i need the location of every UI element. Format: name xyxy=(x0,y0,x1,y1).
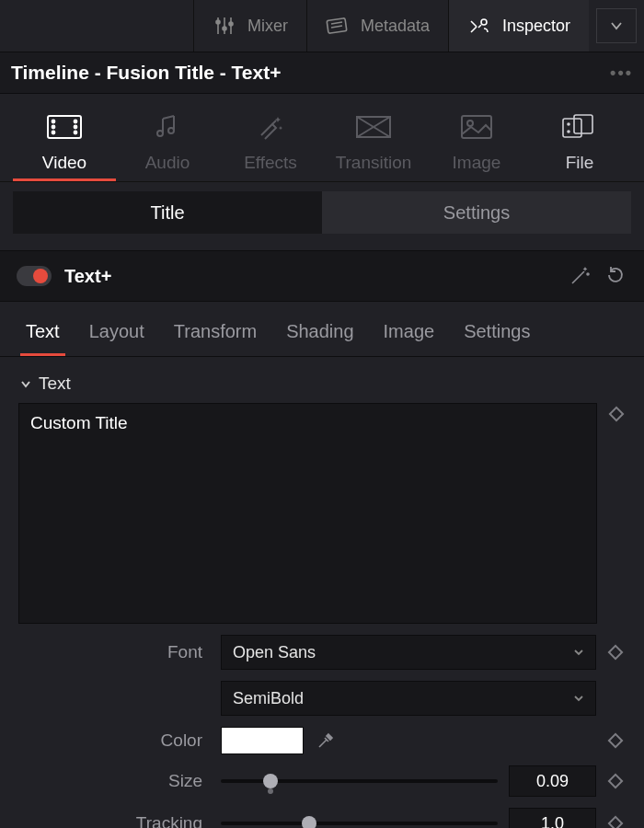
font-family-value: Open Sans xyxy=(233,643,316,662)
category-audio-label: Audio xyxy=(145,153,190,173)
segment-title[interactable]: Title xyxy=(13,191,322,234)
subtab-settings[interactable]: Settings xyxy=(458,321,535,356)
workspace-tabs: Mixer Metadata Inspector xyxy=(0,0,644,52)
svg-line-10 xyxy=(478,25,481,28)
param-text xyxy=(18,403,626,624)
svg-point-17 xyxy=(75,132,77,134)
keyframe-color[interactable] xyxy=(605,735,626,746)
magic-wand-icon[interactable] xyxy=(569,265,591,287)
video-icon xyxy=(46,110,83,144)
text-content-input[interactable] xyxy=(18,403,597,624)
param-color: Color xyxy=(18,727,626,754)
title-settings-segment: Title Settings xyxy=(13,191,631,234)
tab-inspector[interactable]: Inspector xyxy=(448,0,589,52)
category-transition-label: Transition xyxy=(336,153,412,173)
svg-point-9 xyxy=(481,19,487,25)
reset-icon[interactable] xyxy=(605,265,627,287)
tracking-input[interactable] xyxy=(509,808,596,828)
tab-metadata[interactable]: Metadata xyxy=(306,0,448,52)
mixer-icon xyxy=(213,16,236,36)
svg-point-13 xyxy=(52,126,55,129)
size-slider[interactable] xyxy=(221,779,498,783)
keyframe-size[interactable] xyxy=(605,776,626,787)
subtab-text[interactable]: Text xyxy=(20,321,65,356)
tab-inspector-label: Inspector xyxy=(502,17,570,36)
effects-icon xyxy=(256,110,285,144)
subtab-transform[interactable]: Transform xyxy=(168,321,262,356)
category-effects[interactable]: Effects xyxy=(219,110,322,181)
subtab-layout[interactable]: Layout xyxy=(84,321,150,356)
tab-mixer-label: Mixer xyxy=(247,17,288,36)
svg-point-16 xyxy=(75,126,77,129)
category-image-label: Image xyxy=(453,153,501,173)
param-tracking: Tracking xyxy=(18,808,626,828)
chevron-down-icon xyxy=(573,646,584,659)
category-audio[interactable]: Audio xyxy=(116,110,219,181)
svg-rect-25 xyxy=(563,119,581,137)
more-menu-icon[interactable]: ••• xyxy=(610,63,633,83)
tracking-label: Tracking xyxy=(18,813,212,828)
param-font: Font Open Sans xyxy=(18,635,626,670)
svg-point-14 xyxy=(52,132,55,134)
svg-point-27 xyxy=(568,123,569,125)
inspector-category-tabs: Video Audio Effects Transi xyxy=(0,94,644,182)
size-input[interactable] xyxy=(509,765,596,797)
svg-point-19 xyxy=(168,128,174,133)
color-label: Color xyxy=(18,730,212,751)
eyedropper-icon[interactable] xyxy=(315,730,337,752)
category-transition[interactable]: Transition xyxy=(322,110,425,181)
category-file-label: File xyxy=(566,153,594,173)
font-style-select[interactable]: SemiBold xyxy=(221,681,596,716)
svg-rect-6 xyxy=(327,18,347,34)
svg-point-12 xyxy=(52,121,55,123)
tab-mixer[interactable]: Mixer xyxy=(193,0,306,52)
keyframe-text[interactable] xyxy=(606,403,626,420)
audio-icon xyxy=(154,110,181,144)
svg-rect-26 xyxy=(574,115,592,133)
svg-point-3 xyxy=(223,27,226,30)
category-effects-label: Effects xyxy=(244,153,297,173)
segment-settings[interactable]: Settings xyxy=(322,191,631,234)
plugin-header: Text+ xyxy=(0,250,644,302)
color-swatch[interactable] xyxy=(221,727,304,754)
keyframe-font[interactable] xyxy=(605,647,626,658)
property-subtabs: Text Layout Transform Shading Image Sett… xyxy=(0,302,644,357)
param-font-style: SemiBold xyxy=(18,681,626,716)
svg-point-1 xyxy=(216,20,220,24)
chevron-down-icon xyxy=(610,21,623,30)
section-text-label: Text xyxy=(39,374,71,394)
category-image[interactable]: Image xyxy=(425,110,528,181)
svg-point-29 xyxy=(587,273,589,275)
segment-settings-label: Settings xyxy=(443,202,510,224)
metadata-icon xyxy=(326,16,350,36)
font-style-value: SemiBold xyxy=(233,689,304,708)
svg-point-28 xyxy=(568,131,569,132)
svg-point-15 xyxy=(75,121,77,123)
tracking-slider[interactable] xyxy=(221,822,498,825)
plugin-name: Text+ xyxy=(64,266,111,287)
plugin-enable-toggle[interactable] xyxy=(17,266,52,286)
chevron-down-icon xyxy=(20,378,31,391)
image-icon xyxy=(460,110,493,144)
parameters-panel: Font Open Sans SemiBold Color xyxy=(0,403,644,828)
chevron-down-icon xyxy=(573,692,584,705)
inspector-icon xyxy=(467,16,491,36)
param-size: Size xyxy=(18,765,626,797)
section-text-header[interactable]: Text xyxy=(0,357,644,403)
workspace-dropdown[interactable] xyxy=(596,8,637,43)
toggle-knob xyxy=(33,269,48,283)
file-icon xyxy=(561,110,598,144)
svg-point-5 xyxy=(229,22,233,26)
clip-title-bar: Timeline - Fusion Title - Text+ ••• xyxy=(0,52,644,94)
category-video[interactable]: Video xyxy=(13,110,116,181)
keyframe-tracking[interactable] xyxy=(605,818,626,828)
svg-line-7 xyxy=(331,22,342,24)
font-family-select[interactable]: Open Sans xyxy=(221,635,596,670)
size-label: Size xyxy=(18,771,212,791)
category-file[interactable]: File xyxy=(528,110,631,181)
subtab-image[interactable]: Image xyxy=(378,321,441,356)
subtab-shading[interactable]: Shading xyxy=(281,321,359,356)
clip-title: Timeline - Fusion Title - Text+ xyxy=(11,62,281,84)
tab-metadata-label: Metadata xyxy=(361,17,430,36)
transition-icon xyxy=(355,110,392,144)
